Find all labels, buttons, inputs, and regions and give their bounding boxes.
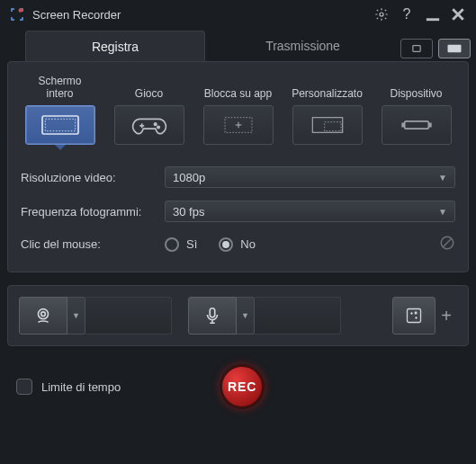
svg-rect-19 [401,123,404,128]
mode-lockapp-label: Blocca su app [204,71,272,100]
overlay-button[interactable] [392,297,436,335]
svg-line-22 [444,239,452,247]
svg-point-1 [380,13,383,16]
chevron-down-icon: ▼ [438,173,447,183]
tab-stream[interactable]: Trasmissione [205,31,400,61]
resolution-dropdown[interactable]: 1080p ▼ [165,166,455,188]
svg-rect-25 [210,308,215,317]
svg-point-24 [41,312,46,317]
mode-custom-label: Personalizzato [292,71,363,100]
compact-view-button[interactable] [400,39,433,58]
svg-rect-5 [413,46,420,52]
help-icon[interactable]: ? [397,4,417,24]
resolution-label: Risoluzione video: [21,171,165,184]
radio-icon [219,237,233,252]
mouseclick-yes-radio[interactable]: Sì [165,237,197,252]
settings-icon[interactable] [372,4,391,24]
mode-fullscreen-button[interactable] [25,105,95,145]
tab-record[interactable]: Registra [25,31,205,61]
mode-game-button[interactable] [114,105,184,145]
radio-no-label: No [240,237,256,251]
device-row: ▼ ▼ + [7,285,469,346]
mode-custom-button[interactable] [292,105,363,145]
app-title: Screen Recorder [32,8,366,22]
mode-fullscreen-label: Schermo intero [38,71,81,100]
timelimit-label: Limite di tempo [41,380,121,394]
resolution-value: 1080p [173,171,205,184]
mouseclick-label: Clic del mouse: [21,237,165,251]
svg-rect-16 [312,118,342,133]
timelimit-checkbox[interactable] [16,379,32,395]
svg-point-23 [39,309,49,319]
svg-rect-6 [448,45,462,52]
svg-rect-2 [427,18,439,21]
minimize-button[interactable] [424,5,442,23]
mode-lockapp-button[interactable] [203,105,274,145]
svg-rect-20 [428,123,431,128]
framerate-label: Frequenza fotogrammi: [21,205,165,219]
svg-point-0 [19,8,23,13]
svg-rect-18 [404,121,428,129]
mode-device-label: Dispositivo [390,71,442,100]
mode-device-button[interactable] [382,105,452,145]
svg-rect-17 [324,122,340,131]
svg-point-12 [157,126,159,129]
full-view-button[interactable] [438,39,471,58]
svg-rect-26 [408,309,421,323]
disabled-icon [439,235,455,254]
radio-yes-label: Sì [186,237,197,251]
app-logo-icon [9,6,25,22]
main-panel: Schermo intero Gioco Blocca su app Perso… [7,61,469,272]
webcam-button[interactable] [19,297,67,335]
mode-game-label: Gioco [135,71,163,100]
framerate-value: 30 fps [173,205,204,219]
record-button[interactable]: REC [220,364,265,409]
mouseclick-no-radio[interactable]: No [219,237,256,252]
add-overlay-button[interactable]: + [436,297,457,335]
webcam-meter [85,297,172,335]
record-label: REC [228,379,257,394]
close-button[interactable] [449,5,467,23]
svg-rect-8 [45,119,75,130]
microphone-meter [255,297,341,335]
svg-point-11 [154,123,157,126]
radio-icon [165,237,179,252]
microphone-dropdown[interactable]: ▼ [237,297,255,335]
microphone-button[interactable] [188,297,237,335]
webcam-dropdown[interactable]: ▼ [67,297,85,335]
chevron-down-icon: ▼ [438,207,447,217]
framerate-dropdown[interactable]: 30 fps ▼ [165,201,455,222]
